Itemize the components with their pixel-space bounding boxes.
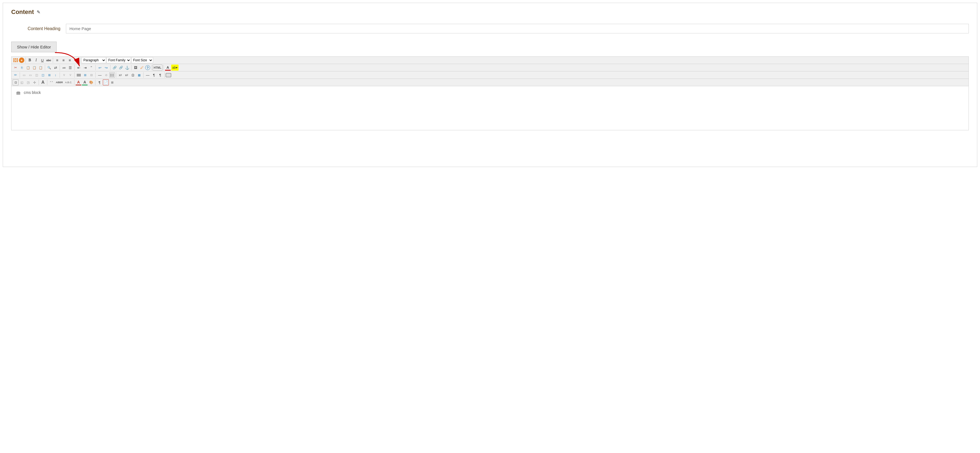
tb-media2-btn[interactable]: ▭ [27,72,33,78]
tb-select-btn[interactable]: ⊡ [13,80,19,85]
tb-media1-btn[interactable]: ▭ [21,72,27,78]
tb-layer1-btn[interactable]: ◱ [19,80,25,85]
tb-fork2-btn[interactable]: ⑂ [67,72,73,78]
tb-hr-btn[interactable]: — [97,72,103,78]
tb-abbr-btn[interactable]: ABBR [55,80,64,85]
tb-sep-18 [164,72,165,78]
tb-plugin2-btn[interactable]: + [19,57,24,63]
tb-align-right-btn[interactable]: ≡ [67,57,73,63]
content-heading-row: Content Heading [11,24,969,33]
tb-charmap-btn[interactable]: Ω [130,72,136,78]
tb-paste3-btn[interactable]: 📋 [38,65,44,71]
cms-block-text: cms block [24,90,41,95]
tb-rtl-btn[interactable]: ¶ [157,72,163,78]
tb-color4-btn[interactable]: A [82,80,88,85]
tb-media7-btn[interactable]: ▦ [136,72,142,78]
tb-table-del-btn[interactable]: ⊟ [88,72,94,78]
tb-fontfamily-select[interactable]: Font Family [107,57,131,63]
tb-layer2-btn[interactable]: ◳ [25,80,31,85]
tb-media5-btn[interactable]: ⊞ [46,72,52,78]
tb-paste-btn[interactable]: 📋 [25,65,31,71]
content-heading-label: Content Heading [11,26,60,31]
editor-content-area[interactable]: cms block [11,86,969,130]
tb-copy-btn[interactable]: ⎘ [19,65,25,71]
edit-title-icon[interactable]: ✎ [37,10,40,15]
tb-line2-btn[interactable]: — [145,72,151,78]
tb-align-left-btn[interactable]: ≡ [54,57,60,63]
tb-grid2-btn[interactable] [110,72,115,78]
tb-abc-btn[interactable]: A.B.C. [64,80,73,85]
tb-superscript-btn[interactable]: x2 [124,72,130,78]
tb-html-btn[interactable]: HTML [153,65,162,71]
tb-sep-11 [164,65,164,70]
tb-sep-15 [95,72,96,78]
cms-block-icon [16,90,21,96]
tb-edit-btn[interactable]: ✏ [13,72,19,78]
tb-fork-btn[interactable]: ⑂ [61,72,67,78]
tb-sep-7 [95,65,96,70]
page-title-row: Content ✎ [11,8,969,16]
tb-anchor-btn[interactable]: ⚓ [124,65,130,71]
tb-media4-btn[interactable]: ◫ [40,72,46,78]
tb-image-btn[interactable]: 🖼 [133,65,138,71]
tb-ol-btn[interactable]: ☰ [67,65,73,71]
tb-sep-1 [25,57,26,63]
show-hide-container: Show / Hide Editor [11,41,57,55]
cube-icon [16,91,21,96]
tb-cut-btn[interactable]: ✂ [13,65,19,71]
tb-indent-inc-btn[interactable]: ⇥ [82,65,88,71]
tb-block-btn[interactable] [166,73,171,77]
tb-move-btn[interactable]: ✛ [32,80,37,85]
tb-draw-btn[interactable]: ⊘ [103,72,109,78]
tb-forecolor-btn[interactable]: A [165,65,171,71]
toolbar-row-4: ⊡ ◱ ◳ ✛ A " " ABBR A.B.C. A A 🎨 ¶ 📄 ⊞ [11,79,969,86]
tb-fontsize3-btn[interactable]: A [40,80,46,85]
tb-strikethrough-btn[interactable]: abc [46,57,52,63]
tb-style-btn[interactable]: 🎨 [88,80,94,85]
tb-bold-btn[interactable]: B [27,57,33,63]
tb-align-center-btn[interactable]: ≡ [60,57,67,63]
tb-media6-btn[interactable]: ↕ [52,72,59,78]
tb-unlink-btn[interactable]: 🔗 [118,65,124,71]
tb-underline-btn[interactable]: U [40,57,45,63]
tb-sep-21 [74,80,75,85]
show-hide-editor-button[interactable]: Show / Hide Editor [11,41,57,52]
tb-redo-btn[interactable]: ↪ [103,65,109,71]
tb-sep-19 [38,80,39,85]
tb-paste2-btn[interactable]: 📋 [32,65,37,71]
tb-plugin1-btn[interactable] [13,57,19,63]
tb-paragraph-select[interactable]: Paragraph Heading 1 Heading 2 Heading 3 [81,57,106,63]
tb-direction-btn[interactable]: ¶ [97,80,103,85]
tb-link-btn[interactable]: 🔗 [111,65,118,71]
tb-fontsize-select[interactable]: Font Size [131,57,153,63]
toolbar-row-1: + B I U abc ≡ ≡ ≡ ≡ Paragraph Heading 1 … [11,57,969,64]
page-container: Content ✎ Content Heading Show / Hide Ed… [3,3,977,167]
tb-replace-btn[interactable]: ⇄ [52,65,59,71]
tb-sep-22 [95,80,95,85]
tb-insert-page-btn[interactable]: 📄 [103,80,109,85]
tb-undo-btn[interactable]: ↩ [97,65,103,71]
toolbar-row-2: ✂ ⎘ 📋 📋 📋 🔍 ⇄ ≔ ☰ ⇤ ⇥ " ↩ ↪ 🔗 🔗 ⚓ 🖼 🖊 [11,64,969,72]
tb-cite-btn[interactable]: " " [48,80,54,85]
tb-ul-btn[interactable]: ≔ [61,65,67,71]
tb-quote-btn[interactable]: " [88,65,94,71]
tb-backcolor-btn[interactable]: ab▾ [171,65,178,71]
toolbar-row-3: ✏ ▭ ▭ ◫ ◫ ⊞ ↕ ⑂ ⑂ ⊞ ⊟ [11,72,969,79]
tb-para-marks-btn[interactable]: ¶ [151,72,157,78]
tb-color3-btn[interactable]: A [75,80,81,85]
tb-table-props-btn[interactable]: ⊞ [82,72,88,78]
content-heading-input[interactable] [66,24,969,33]
page-title: Content [11,8,34,16]
tb-table-insert-btn[interactable] [76,72,82,78]
tb-sep-4 [45,65,45,70]
tb-help-btn[interactable]: ? [145,65,150,70]
tb-align-justify-btn[interactable]: ≡ [73,57,79,63]
tb-media3-btn[interactable]: ◫ [33,72,40,78]
tb-subscript-btn[interactable]: x2 [117,72,123,78]
tb-cleanup-btn[interactable]: 🖊 [139,65,145,71]
tb-table4-btn[interactable]: ⊞ [109,80,115,85]
tb-indent-dec-btn[interactable]: ⇤ [76,65,82,71]
tb-italic-btn[interactable]: I [33,57,39,63]
editor-wrapper: + B I U abc ≡ ≡ ≡ ≡ Paragraph Heading 1 … [11,56,969,130]
tb-find-btn[interactable]: 🔍 [46,65,52,71]
